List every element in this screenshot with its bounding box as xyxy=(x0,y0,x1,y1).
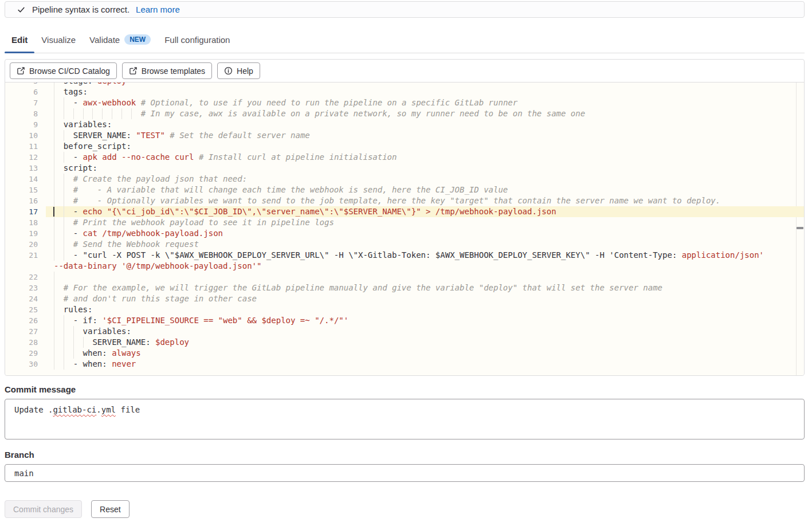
misspelled-word: gitlab-ci xyxy=(53,405,96,414)
code-line-text: before_script: xyxy=(54,141,131,152)
code-line[interactable]: 6 tags: xyxy=(5,87,804,97)
code-line-text: - when: never xyxy=(54,359,136,370)
scrollbar-marker[interactable] xyxy=(797,227,803,229)
code-line[interactable]: 14 # Create the payload json that need: xyxy=(5,174,804,185)
line-number[interactable]: 21 xyxy=(5,250,38,261)
external-link-icon xyxy=(17,66,25,75)
code-line[interactable]: 19 - cat /tmp/webhook-payload.json xyxy=(5,228,804,239)
learn-more-link[interactable]: Learn more xyxy=(136,5,180,14)
help-button[interactable]: Help xyxy=(217,62,260,79)
form-actions: Commit changes Reset xyxy=(5,500,805,518)
branch-input[interactable]: main xyxy=(5,464,805,482)
line-number[interactable]: 9 xyxy=(5,119,38,130)
commit-text: . xyxy=(96,405,101,414)
line-number[interactable]: 5 xyxy=(5,83,38,87)
code-editor: 5 stage: deploy6 tags:7 - awx-webhook # … xyxy=(5,83,804,375)
code-line[interactable]: 15 # - A variable that will change each … xyxy=(5,185,804,195)
editor-tabs: Edit Visualize Validate NEW Full configu… xyxy=(5,27,805,53)
reset-button[interactable]: Reset xyxy=(91,500,130,518)
misspelled-word: yml xyxy=(101,405,116,414)
code-line[interactable]: 11 before_script: xyxy=(5,141,804,152)
line-number[interactable]: 20 xyxy=(5,239,38,250)
line-number[interactable]: 14 xyxy=(5,174,38,185)
code-line-text: - if: '$CI_PIPELINE_SOURCE == "web" && $… xyxy=(54,315,348,326)
code-line[interactable]: 9 variables: xyxy=(5,119,804,130)
code-line-text: # For the example, we will trigger the G… xyxy=(54,282,662,293)
commit-message-input[interactable]: Update .gitlab-ci.yml file xyxy=(5,399,805,439)
line-number[interactable]: 22 xyxy=(5,272,38,282)
syntax-status-text: Pipeline syntax is correct. xyxy=(32,5,130,14)
syntax-status-banner: Pipeline syntax is correct. Learn more xyxy=(5,1,805,18)
editor-toolbar: Browse CI/CD Catalog Browse templates He… xyxy=(5,60,804,83)
code-line[interactable]: 20 # Send the Webhook request xyxy=(5,239,804,250)
line-number[interactable]: 6 xyxy=(5,87,38,97)
line-number[interactable]: 15 xyxy=(5,185,38,195)
code-line-text: - apk add --no-cache curl # Install curl… xyxy=(54,152,397,163)
code-line-text: stage: deploy xyxy=(54,83,126,87)
line-number[interactable]: 19 xyxy=(5,228,38,239)
code-line-text: variables: xyxy=(54,326,131,337)
text-cursor xyxy=(53,207,54,217)
line-number[interactable]: 24 xyxy=(5,293,38,304)
browse-catalog-button[interactable]: Browse CI/CD Catalog xyxy=(10,62,117,79)
line-number[interactable]: 17 xyxy=(5,206,38,217)
code-line-text: # Print the webhook payload to see it in… xyxy=(54,217,334,228)
code-line[interactable]: 5 stage: deploy xyxy=(5,83,804,87)
tab-visualize[interactable]: Visualize xyxy=(34,27,83,53)
line-number[interactable]: 30 xyxy=(5,359,38,370)
code-line[interactable]: 25 rules: xyxy=(5,304,804,315)
check-icon xyxy=(17,5,26,14)
line-number[interactable]: 16 xyxy=(5,195,38,206)
code-line[interactable]: 13 script: xyxy=(5,163,804,174)
code-line-text: - echo "{\"ci_job_id\":\"$CI_JOB_ID\",\"… xyxy=(54,206,556,217)
code-line-text: rules: xyxy=(54,304,92,315)
code-line[interactable]: 16 # - Optionally variables we want to s… xyxy=(5,195,804,206)
line-number[interactable]: 12 xyxy=(5,152,38,163)
line-number[interactable]: 29 xyxy=(5,348,38,359)
line-number[interactable]: 8 xyxy=(5,108,38,119)
code-line[interactable]: 28 SERVER_NAME: $deploy xyxy=(5,337,804,348)
external-link-icon xyxy=(129,66,138,75)
tab-edit[interactable]: Edit xyxy=(5,27,34,53)
code-line[interactable]: 29 when: always xyxy=(5,348,804,359)
code-line[interactable]: 23 # For the example, we will trigger th… xyxy=(5,282,804,293)
line-number[interactable]: 27 xyxy=(5,326,38,337)
tab-validate[interactable]: Validate NEW xyxy=(83,27,158,53)
code-line-text: # - A variable that will change each tim… xyxy=(54,185,508,195)
code-line[interactable]: --data-binary '@/tmp/webhook-payload.jso… xyxy=(5,261,804,272)
code-line[interactable]: 10 SERVER_NAME: "TEST" # Set the default… xyxy=(5,130,804,141)
code-line-text: # Create the payload json that need: xyxy=(54,174,247,185)
code-line[interactable]: 12 - apk add --no-cache curl # Install c… xyxy=(5,152,804,163)
line-number[interactable]: 28 xyxy=(5,337,38,348)
code-line[interactable]: 24 # and don't run this stage in other c… xyxy=(5,293,804,304)
browse-templates-button[interactable]: Browse templates xyxy=(122,62,212,79)
code-line[interactable]: 18 # Print the webhook payload to see it… xyxy=(5,217,804,228)
tab-full-configuration[interactable]: Full configuration xyxy=(158,27,237,53)
code-line-text: variables: xyxy=(54,119,112,130)
line-number[interactable]: 11 xyxy=(5,141,38,152)
line-number[interactable]: 10 xyxy=(5,130,38,141)
line-number[interactable]: 13 xyxy=(5,163,38,174)
code-line[interactable]: 27 variables: xyxy=(5,326,804,337)
code-line[interactable]: 8 # In my case, awx is available on a pr… xyxy=(5,108,804,119)
commit-text: file xyxy=(116,405,140,414)
code-line-text: # - Optionally variables we want to send… xyxy=(54,195,720,206)
code-line-text: # In my case, awx is available on a priv… xyxy=(54,108,585,119)
code-line[interactable]: 22 xyxy=(5,272,804,282)
branch-label: Branch xyxy=(5,450,805,460)
line-number[interactable]: 23 xyxy=(5,282,38,293)
code-line[interactable]: 26 - if: '$CI_PIPELINE_SOURCE == "web" &… xyxy=(5,315,804,326)
commit-changes-button[interactable]: Commit changes xyxy=(5,500,82,518)
line-number[interactable]: 18 xyxy=(5,217,38,228)
code-line-text: when: always xyxy=(54,348,141,359)
line-number[interactable] xyxy=(5,261,38,272)
line-number[interactable]: 26 xyxy=(5,315,38,326)
line-number[interactable]: 7 xyxy=(5,97,38,108)
line-number[interactable]: 25 xyxy=(5,304,38,315)
code-line[interactable]: 17 - echo "{\"ci_job_id\":\"$CI_JOB_ID\"… xyxy=(5,206,804,217)
code-line-text: SERVER_NAME: $deploy xyxy=(54,337,189,348)
code-line[interactable]: 7 - awx-webhook # Optional, to use if yo… xyxy=(5,97,804,108)
code-line[interactable]: 30 - when: never xyxy=(5,359,804,370)
code-line[interactable]: 21 - "curl -X POST -k \"$AWX_WEBHOOK_DEP… xyxy=(5,250,804,261)
code-scroller: 5 stage: deploy6 tags:7 - awx-webhook # … xyxy=(5,83,804,370)
